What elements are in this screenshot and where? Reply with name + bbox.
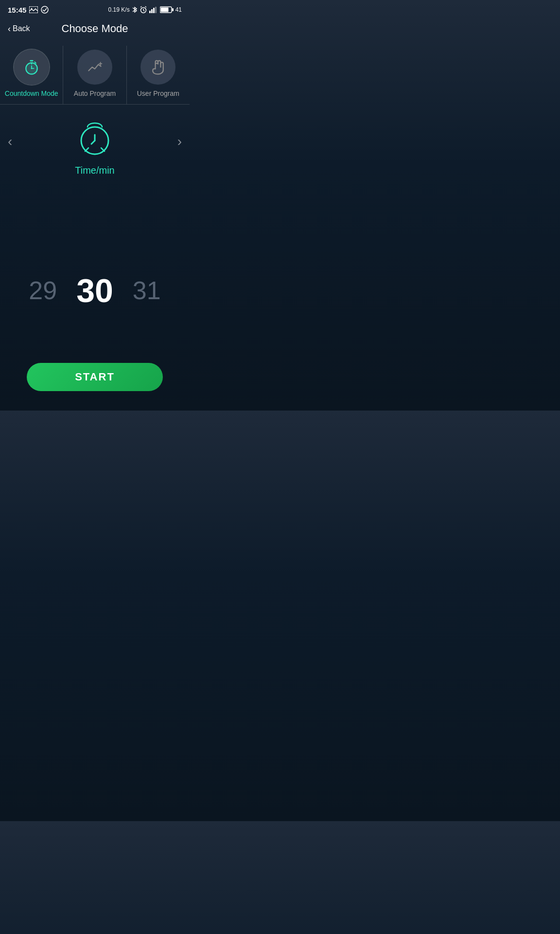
next-number: 31 [133,276,161,305]
svg-point-21 [31,68,32,69]
back-button[interactable]: ‹ Back [8,24,30,34]
main-content: ‹ Time/min › 29 30 31 [0,105,190,309]
chart-icon [86,58,104,76]
svg-rect-17 [30,60,33,62]
svg-rect-14 [172,8,174,11]
number-picker[interactable]: 29 30 31 [29,271,160,309]
svg-line-27 [91,141,95,144]
countdown-icon-circle [14,50,49,85]
countdown-mode-label: Countdown Mode [5,90,58,97]
time-label: Time/min [75,165,114,176]
svg-rect-13 [160,8,168,12]
status-left: 15:45 [8,6,49,14]
svg-rect-10 [153,8,155,13]
battery-level: 41 [175,6,182,13]
status-time: 15:45 [8,6,26,14]
svg-line-6 [140,6,142,7]
start-button[interactable]: START [27,363,163,391]
current-number: 30 [76,271,113,309]
network-speed: 0.19 K/s [108,6,130,13]
bluetooth-icon [132,6,138,14]
svg-line-7 [145,6,146,7]
svg-rect-9 [151,9,153,13]
user-program-label: User Program [137,90,179,97]
hand-icon [149,58,167,76]
check-circle-icon [41,6,49,14]
tab-auto-program[interactable]: Auto Program [63,46,126,104]
status-right: 0.19 K/s 41 [108,6,182,14]
image-icon [29,6,38,13]
tab-user-program[interactable]: User Program [127,46,190,104]
signal-icon [149,6,158,13]
auto-icon-circle [77,50,112,85]
stopwatch-icon [23,58,40,76]
header: ‹ Back Choose Mode [0,18,190,42]
auto-program-label: Auto Program [74,90,116,97]
battery-icon [160,6,174,13]
svg-rect-8 [149,11,151,13]
next-arrow[interactable]: › [177,134,182,149]
status-bar: 15:45 0.19 K/s [0,0,190,18]
page-title: Choose Mode [62,22,128,35]
tab-countdown[interactable]: Countdown Mode [0,46,63,104]
mode-tabs: Countdown Mode Auto Program User Program [0,42,190,105]
time-icon-wrapper [73,116,117,160]
back-chevron-icon: ‹ [8,24,11,34]
svg-rect-11 [155,7,157,13]
svg-point-2 [41,6,48,13]
alarm-icon [140,6,147,14]
user-icon-circle [140,50,175,85]
prev-number: 29 [29,276,57,305]
clock-alarm-icon [73,116,117,160]
svg-line-5 [143,10,144,11]
svg-line-22 [35,62,36,63]
back-label: Back [13,24,30,33]
prev-arrow[interactable]: ‹ [8,134,12,149]
